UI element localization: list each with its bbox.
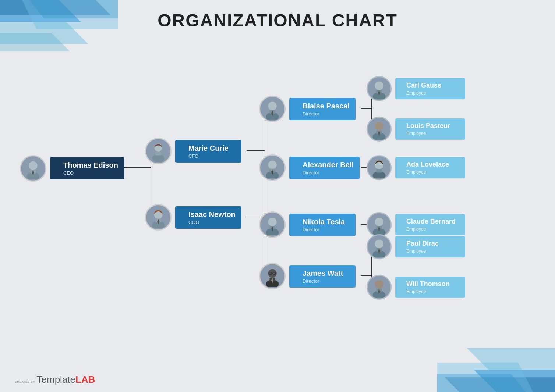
emp5-body: Paul Dirac Employee [395, 236, 465, 257]
emp5-node: Paul Dirac Employee [379, 234, 467, 259]
ceo-name: Thomas Edison [63, 161, 118, 170]
dir1-body: Blaise Pascal Director [289, 98, 356, 120]
emp4-name: Claude Bernard [406, 218, 458, 226]
svg-point-62 [375, 82, 383, 90]
svg-point-81 [375, 280, 383, 289]
emp3-name: Ada Lovelace [406, 161, 458, 169]
svg-rect-72 [376, 169, 382, 173]
svg-point-37 [152, 154, 165, 162]
dir3-name: Nikola Tesla [303, 217, 350, 226]
dir3-body: Nikola Tesla Director [289, 214, 356, 236]
ceo-body: Thomas Edison CEO [50, 157, 124, 179]
dir2-node: Alexander Bell Director [272, 154, 368, 181]
watermark-created-by: CREATED BY [15, 380, 35, 384]
emp1-role: Employee [406, 90, 458, 96]
chart-area: Thomas Edison CEO Marie Curie CFO [15, 37, 548, 363]
dir2-body: Alexander Bell Director [289, 157, 360, 179]
coo-role: COO [188, 220, 236, 225]
cfo-node: Marie Curie CFO [158, 138, 254, 164]
emp2-node: Louis Pasteur Employee [379, 117, 467, 142]
emp6-role: Employee [406, 289, 458, 294]
cfo-name: Marie Curie [188, 144, 236, 153]
emp2-name: Louis Pasteur [406, 122, 458, 130]
coo-body: Isaac Newton COO [175, 206, 241, 229]
dir2-avatar [259, 154, 286, 181]
emp5-role: Employee [406, 249, 458, 254]
emp5-avatar [367, 234, 392, 259]
dir2-role: Director [303, 170, 354, 175]
dir1-name: Blaise Pascal [303, 101, 350, 110]
watermark-brand2: LAB [75, 374, 95, 385]
emp3-body: Ada Lovelace Employee [395, 157, 465, 178]
emp3-role: Employee [406, 170, 458, 175]
cfo-body: Marie Curie CFO [175, 140, 241, 163]
svg-marker-7 [445, 377, 555, 392]
svg-point-73 [375, 218, 383, 226]
coo-avatar [145, 204, 172, 231]
ceo-node: Thomas Edison CEO [33, 154, 136, 182]
watermark-brand1: Template [37, 374, 76, 385]
emp4-node: Claude Bernard Employee [379, 212, 467, 237]
cfo-avatar [145, 138, 172, 164]
emp6-node: Will Thomson Employee [379, 275, 467, 300]
dir4-avatar [259, 263, 286, 289]
emp2-avatar [367, 117, 392, 142]
coo-node: Isaac Newton COO [158, 204, 254, 231]
emp1-avatar [367, 76, 392, 101]
emp4-role: Employee [406, 227, 458, 232]
emp4-body: Claude Bernard Employee [395, 214, 465, 235]
dir3-node: Nikola Tesla Director [272, 211, 368, 238]
emp4-avatar [367, 212, 392, 237]
emp2-role: Employee [406, 131, 458, 136]
svg-point-51 [268, 218, 276, 226]
page-title: ORGANIZATIONAL CHART [0, 10, 555, 31]
svg-point-66 [375, 122, 383, 131]
dir3-role: Director [303, 227, 350, 232]
dir2-name: Alexander Bell [303, 160, 354, 169]
svg-point-77 [375, 240, 383, 248]
svg-point-32 [29, 161, 37, 170]
coo-name: Isaac Newton [188, 210, 236, 219]
svg-rect-38 [155, 152, 161, 156]
ceo-role: CEO [63, 170, 118, 176]
dir1-role: Director [303, 111, 350, 117]
svg-marker-10 [437, 374, 526, 392]
dir4-node: James Watt Director [272, 263, 368, 289]
emp5-name: Paul Dirac [406, 240, 458, 248]
emp1-node: Carl Gauss Employee [379, 76, 467, 101]
dir4-role: Director [303, 278, 350, 284]
dir4-body: James Watt Director [289, 265, 356, 288]
emp6-name: Will Thomson [406, 280, 458, 288]
emp3-avatar [367, 155, 392, 180]
emp3-node: Ada Lovelace Employee [379, 155, 467, 180]
dir1-avatar [259, 96, 286, 122]
emp1-body: Carl Gauss Employee [395, 78, 465, 99]
dir1-node: Blaise Pascal Director [272, 96, 368, 122]
watermark: CREATED BY TemplateLAB [15, 374, 95, 385]
emp6-body: Will Thomson Employee [395, 277, 465, 298]
ceo-avatar [20, 155, 46, 182]
svg-point-70 [375, 161, 383, 169]
emp2-body: Louis Pasteur Employee [395, 118, 465, 140]
emp1-name: Carl Gauss [406, 82, 458, 90]
dir3-avatar [259, 211, 286, 238]
svg-point-47 [268, 161, 276, 169]
svg-marker-6 [474, 370, 555, 392]
cfo-role: CFO [188, 153, 236, 159]
svg-marker-8 [437, 363, 533, 392]
dir4-name: James Watt [303, 269, 350, 278]
svg-point-43 [268, 102, 276, 110]
emp6-avatar [367, 275, 392, 300]
